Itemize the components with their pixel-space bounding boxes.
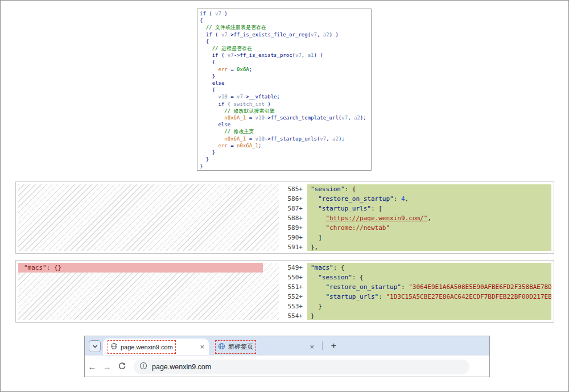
code-line: if ( v7->ff_is_exists_proc(v7, a1) ) — [200, 52, 369, 59]
code-line: // 修改默认搜索引擎 — [200, 108, 369, 114]
tab-active-wenxin9[interactable]: page.wenxin9.com × — [103, 339, 209, 355]
diff-line-number: 591+ — [279, 242, 307, 252]
tab-search-button[interactable] — [89, 340, 101, 352]
diff-added-line: "restore_on_startup": "3064E9E1A6A508E5E… — [307, 282, 551, 292]
code-line: err = n0x6A_1; — [200, 142, 369, 149]
code-line: if ( v7 ) — [200, 10, 369, 17]
code-line: } — [200, 163, 369, 170]
address-bar[interactable]: page.wenxin9.com — [134, 360, 469, 374]
code-line: else — [200, 121, 369, 128]
code-line: // 文件或注册表是否存在 — [200, 24, 369, 31]
browser-window: page.wenxin9.com × 新标签页 × + ← → — [84, 336, 490, 377]
reload-icon — [118, 362, 126, 372]
code-line: } — [200, 73, 369, 80]
article-composite-screenshot: if ( v7 ){ // 文件或注册表是否存在 if ( v7->ff_is_… — [0, 0, 569, 392]
browser-toolbar: ← → page.wenxin9.com — [85, 355, 489, 377]
code-line: // 修改主页 — [200, 128, 369, 135]
diff-added-line: ] — [307, 233, 551, 242]
diff-added-line: "session": { — [307, 273, 551, 282]
diff-line-number: 553+ — [279, 302, 307, 311]
address-bar-url: page.wenxin9.com — [152, 363, 211, 371]
diff-added-line: "chrome://newtab" — [307, 223, 551, 233]
code-line: // 进程是否存在 — [200, 45, 369, 52]
forward-button[interactable]: → — [100, 362, 114, 372]
diff-added-line: "startup_urls": "1D3C15A5CBE27E86AC642EC… — [307, 292, 551, 302]
code-line: } — [200, 156, 369, 163]
diff-added-line: "https://page.wenxin9.com/", — [307, 213, 551, 223]
tab-title: 新标签页 — [228, 343, 253, 351]
info-icon — [139, 362, 147, 372]
code-line: } — [200, 149, 369, 156]
code-line: else — [200, 80, 369, 86]
chevron-down-icon — [92, 341, 98, 352]
globe-icon — [110, 342, 118, 352]
diff-added-pane: "macs": { "session": { "restore_on_start… — [307, 263, 551, 320]
code-line: n0x6A_1 = v10->ff_search_template_url(v7… — [200, 114, 369, 121]
globe-icon — [218, 342, 225, 352]
diff-added-line: "macs": { — [307, 263, 551, 273]
code-line: { — [200, 59, 369, 65]
code-line: if ( switch_int ) — [200, 101, 369, 108]
diff-line-number: 551+ — [279, 282, 307, 292]
diff-line-number: 554+ — [279, 311, 307, 321]
diff-line-number: 549+ — [279, 263, 307, 273]
diff-line-number: 585+ — [279, 184, 307, 194]
diff-removed-line: "macs": {} — [18, 263, 263, 273]
diff-line-number: 590+ — [279, 233, 307, 242]
diff-line-number: 589+ — [279, 223, 307, 233]
tab-close-icon[interactable]: × — [200, 343, 204, 350]
diff-view-secure-preferences: "macs": {} 549+550+551+552+553+554+ "mac… — [15, 260, 554, 323]
tab-separator — [322, 341, 323, 350]
back-button[interactable]: ← — [85, 362, 100, 372]
diff-line-number: 588+ — [279, 213, 307, 223]
diff-added-pane: "session": { "restore_on_startup": 4, "s… — [307, 184, 551, 251]
tab-title: page.wenxin9.com — [121, 344, 173, 350]
diff-added-line: }, — [307, 242, 551, 251]
code-line: n0x6A_1 = v10->ff_startup_urls(v7, a2); — [200, 135, 369, 142]
diff-added-line: } — [307, 311, 551, 320]
code-line: err = 0x6A; — [200, 66, 369, 73]
diff-added-line: "startup_urls": [ — [307, 204, 551, 213]
diff-line-number: 552+ — [279, 292, 307, 302]
diff-line-number: 586+ — [279, 194, 307, 204]
diff-added-line: } — [307, 302, 551, 311]
annotation-box: 新标签页 — [215, 340, 256, 354]
diff-line-number-gutter: 585+586+587+588+589+590+591+ — [279, 184, 307, 251]
diff-line-number: 587+ — [279, 204, 307, 213]
tab-close-icon[interactable]: × — [310, 343, 314, 350]
code-line: { — [200, 38, 369, 45]
decompiled-code-box: if ( v7 ){ // 文件或注册表是否存在 if ( v7->ff_is_… — [197, 9, 372, 171]
tab-inactive-newtab[interactable]: 新标签页 × — [211, 339, 319, 355]
diff-line-number: 550+ — [279, 273, 307, 282]
code-line: { — [200, 17, 369, 24]
code-line: v10 = v7->__vftable; — [200, 93, 369, 100]
new-tab-button[interactable]: + — [328, 340, 340, 352]
tab-strip: page.wenxin9.com × 新标签页 × + — [85, 336, 489, 355]
code-line: { — [200, 86, 369, 93]
reload-button[interactable] — [114, 362, 129, 372]
diff-line-number-gutter: 549+550+551+552+553+554+ — [279, 263, 307, 320]
diff-view-preferences: 585+586+587+588+589+590+591+ "session": … — [15, 181, 554, 254]
code-line: if ( v7->ff_is_exists_file_or_reg(v7, a2… — [200, 31, 369, 38]
annotation-box: page.wenxin9.com — [108, 340, 176, 354]
diff-added-line: "restore_on_startup": 4, — [307, 194, 551, 204]
diff-added-line: "session": { — [307, 184, 551, 194]
diff-left-empty-pane — [18, 184, 279, 251]
